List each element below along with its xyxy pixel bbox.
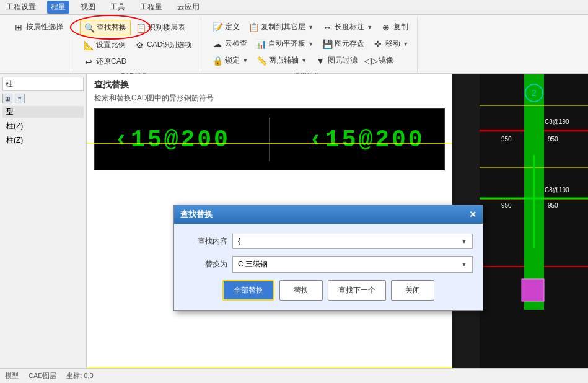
sidebar-search[interactable]: 柱 [2,77,84,91]
lock-button[interactable]: 🔒 锁定 ▼ [209,53,252,68]
svg-text:2: 2 [532,88,537,98]
mirror-button[interactable]: ◁▷ 镜像 [362,53,397,68]
ribbon-group-general-ops: 📝 定义 📋 复制到其它层 ▼ ↔ 长度标注 ▼ ⊕ [204,17,418,83]
menu-engineering-settings[interactable]: 工程设置 [2,1,40,14]
length-mark-button[interactable]: ↔ 长度标注 ▼ [318,20,376,34]
view-list-btn[interactable]: ≡ [15,94,25,103]
copy-icon: ⊕ [381,22,391,32]
menu-cloud[interactable]: 云应用 [173,1,203,14]
dialog-title: 查找替换 [180,209,213,220]
replace-button[interactable]: 替换 [279,280,323,301]
preview-before-text: ‹15@200 [114,126,230,153]
replace-row: 替换为 C 三级钢 ▼ [184,256,473,273]
define-icon: 📝 [213,22,222,32]
ribbon: ⊞ 按属性选择 🔍 查找替换 📋 识别楼层表 [0,15,588,74]
menu-view[interactable]: 视图 [77,1,99,14]
preview-after-text: ‹15@200 [309,126,425,153]
status-cad-layer: CAD图层 [29,371,56,381]
scale-icon: 📐 [84,40,94,50]
restore-icon: ↩ [84,57,94,67]
copy-to-layer-button[interactable]: 📋 复制到其它层 ▼ [245,20,317,34]
svg-text:950: 950 [501,136,512,143]
find-dropdown-arrow[interactable]: ▼ [461,238,467,245]
dialog-title-bar: 查找替换 ✕ [174,205,483,224]
status-bar: 模型 CAD图层 坐标: 0,0 [0,368,588,383]
find-icon: 🔍 [84,23,94,33]
grid-icon: ⊞ [14,22,24,32]
panel-subtitle: 检索和替换CAD图中的异形钢筋符号 [87,93,452,108]
set-scale-button[interactable]: 📐 设置比例 [80,38,129,52]
svg-text:950: 950 [548,136,558,143]
menu-cad[interactable]: 程量 [47,1,69,14]
svg-text:C8@190: C8@190 [545,118,569,125]
replace-value: C 三级钢 [238,259,268,270]
auto-level-button[interactable]: 📊 自动平齐板 ▼ [252,37,317,51]
find-row: 查找内容 { ▼ [184,234,473,249]
cad-svg: 2 C8@190 950 950 C8@190 950 950 [480,74,588,310]
floor-icon: 📋 [136,23,146,33]
close-button[interactable]: 关闭 [391,280,434,301]
ribbon-group-cad-ops: 🔍 查找替换 📋 识别楼层表 📐 设置比例 ⚙ CAD识别 [75,17,201,83]
right-cad-panel: 2 C8@190 950 950 C8@190 950 950 [480,74,588,368]
cloud-icon: ☁ [213,39,222,49]
svg-rect-16 [522,279,544,301]
find-replace-dialog: 查找替换 ✕ 查找内容 { ▼ 替换为 C 三级钢 [173,205,483,311]
ribbon-group-select: ⊞ 按属性选择 [5,17,72,83]
restore-cad-button[interactable]: ↩ 还原CAD [80,55,130,69]
svg-text:950: 950 [501,202,512,209]
dialog-body: 查找内容 { ▼ 替换为 C 三级钢 ▼ 全部替换 [174,224,483,310]
level-icon: 📊 [256,39,266,49]
filter-icon: ▼ [315,56,325,66]
options-icon: ⚙ [134,40,144,50]
menu-bar: 工程设置 程量 视图 工具 工程量 云应用 [0,0,588,15]
dialog-buttons: 全部替换 替换 查找下一个 关闭 [184,280,473,301]
disk-icon: 💾 [322,39,332,49]
mirror-icon: ◁▷ [366,56,376,66]
svg-text:C8@190: C8@190 [545,187,569,193]
aux-icon: 📏 [257,56,266,66]
replace-input[interactable]: C 三级钢 ▼ [232,256,473,273]
lock-icon: 🔒 [213,56,222,66]
element-filter-button[interactable]: ▼ 图元过滤 [312,53,361,68]
move-icon: ✛ [373,39,383,49]
search-text: 柱 [6,79,13,89]
status-model: 模型 [5,371,19,381]
element-disk-button[interactable]: 💾 图元存盘 [318,37,368,51]
cad-canvas-area: 查找替换 检索和替换CAD图中的异形钢筋符号 ‹15@200 ‹15@200 查… [87,74,588,368]
cad-options-button[interactable]: ⚙ CAD识别选项 [131,38,196,52]
find-value: { [238,237,240,245]
dialog-close-button[interactable]: ✕ [469,209,476,219]
left-sidebar: 柱 ⊞ ≡ 型 柱(Z) 柱(Z) [0,74,87,368]
move-button[interactable]: ✛ 移动 ▼ [369,37,412,51]
menu-quantity[interactable]: 工程量 [136,1,166,14]
view-toggle-btn[interactable]: ⊞ [2,94,12,103]
find-replace-button[interactable]: 🔍 查找替换 [80,20,131,35]
replace-all-button[interactable]: 全部替换 [222,280,274,301]
sidebar-item-col-z-2[interactable]: 柱(Z) [2,133,84,147]
replace-label: 替换为 [184,259,227,270]
sidebar-item-col-z-1[interactable]: 柱(Z) [2,119,84,133]
replace-dropdown-arrow[interactable]: ▼ [461,261,467,268]
attr-select-button[interactable]: ⊞ 按属性选择 [10,20,67,34]
svg-text:950: 950 [548,202,558,209]
find-input[interactable]: { ▼ [232,234,473,249]
menu-tools[interactable]: 工具 [107,1,129,14]
find-label: 查找内容 [184,236,227,247]
copy-button[interactable]: ⊕ 复制 [377,20,412,34]
sidebar-section-type: 型 [2,106,84,118]
identify-floor-button[interactable]: 📋 识别楼层表 [132,20,189,35]
panel-title: 查找替换 [87,74,452,93]
two-point-aux-button[interactable]: 📏 两点辅轴 ▼ [253,53,310,68]
define-button[interactable]: 📝 定义 [209,20,244,34]
status-coords: 坐标: 0,0 [66,371,93,381]
cloud-check-button[interactable]: ☁ 云检查 [209,37,251,51]
find-next-button[interactable]: 查找下一个 [328,280,386,301]
main-area: 柱 ⊞ ≡ 型 柱(Z) 柱(Z) 查找替换 检索和替换CAD图中的异形钢筋符号… [0,74,588,368]
yellow-line-bottom [87,367,452,368]
preview-divider [269,118,270,161]
copy-layer-icon: 📋 [248,22,258,32]
preview-canvas: ‹15@200 ‹15@200 [94,108,445,170]
length-icon: ↔ [322,22,332,32]
yellow-line-top [87,143,452,144]
